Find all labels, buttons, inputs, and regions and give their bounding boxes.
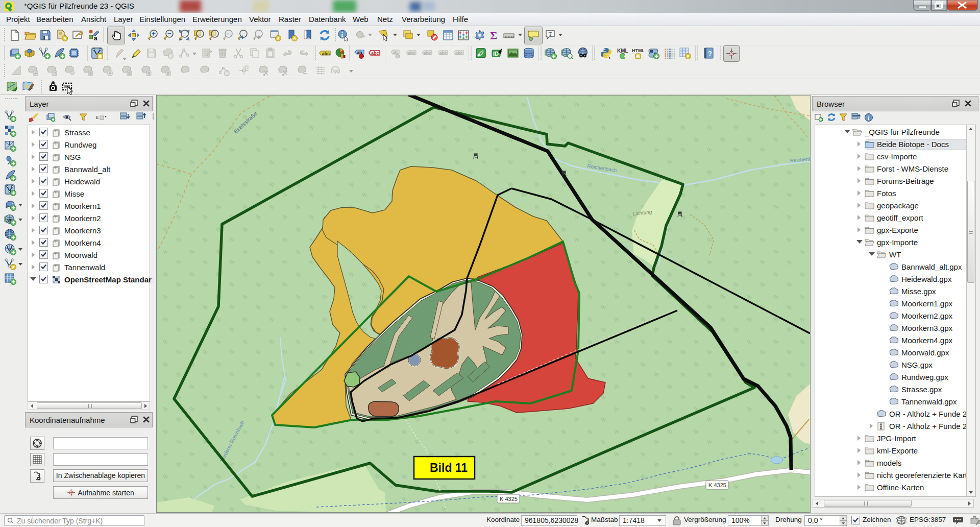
svg-text:a: a bbox=[94, 35, 97, 41]
svg-text:i: i bbox=[341, 31, 344, 38]
svg-text:T: T bbox=[549, 31, 552, 37]
svg-text:?: ? bbox=[708, 50, 712, 57]
svg-text:abc: abc bbox=[424, 51, 431, 56]
svg-text:K 4325: K 4325 bbox=[708, 482, 726, 488]
svg-text:ID: ID bbox=[493, 51, 499, 57]
svg-text:abc: abc bbox=[455, 51, 463, 56]
svg-text:abc: abc bbox=[371, 51, 379, 56]
svg-text:1:1: 1:1 bbox=[226, 32, 231, 36]
svg-text:Σ: Σ bbox=[490, 29, 497, 41]
svg-text:i: i bbox=[868, 115, 869, 121]
svg-text:abc: abc bbox=[408, 51, 415, 56]
svg-text:abc: abc bbox=[439, 51, 447, 56]
svg-text:HTML: HTML bbox=[632, 48, 644, 53]
svg-text:abc: abc bbox=[322, 51, 330, 56]
svg-text:K 4325: K 4325 bbox=[500, 496, 518, 502]
svg-text:KML: KML bbox=[617, 48, 628, 54]
svg-text:Bild 11: Bild 11 bbox=[430, 461, 468, 474]
svg-text:ε: ε bbox=[96, 113, 99, 121]
